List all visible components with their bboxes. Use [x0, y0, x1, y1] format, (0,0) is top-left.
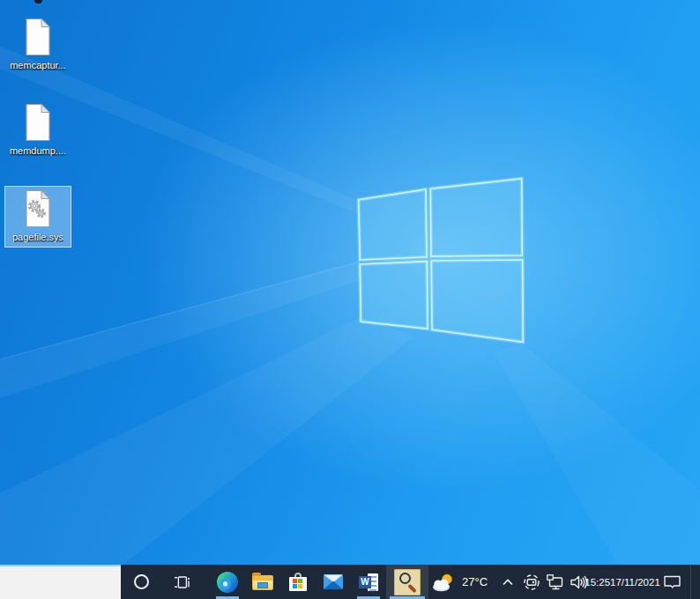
taskbar-app-store[interactable] — [280, 565, 316, 599]
magnifier-tool-icon — [394, 569, 421, 595]
ethernet-network-icon — [547, 574, 564, 590]
wallpaper-light-beams-and-logo — [0, 0, 700, 599]
file-explorer-icon — [252, 573, 273, 590]
desktop-icon-label: memdump.... — [10, 145, 66, 156]
cortana-button[interactable] — [121, 565, 163, 599]
taskbar-search-box[interactable] — [0, 565, 121, 599]
taskbar-app-search-tool[interactable] — [386, 565, 428, 599]
clock-time: 15:25 — [585, 576, 610, 588]
action-center-icon — [663, 574, 681, 590]
show-desktop-button[interactable] — [690, 565, 697, 599]
clock-date: 17/11/2021 — [610, 576, 660, 588]
desktop-icon-label: pagefile.sys — [12, 232, 63, 242]
taskbar-app-mail[interactable] — [316, 565, 351, 599]
weather-widget[interactable]: 27°C — [428, 565, 495, 599]
clock[interactable]: 15:25 17/11/2021 — [592, 565, 653, 599]
system-gear-file-icon — [22, 189, 54, 228]
taskbar-app-word[interactable]: W — [351, 565, 386, 599]
desktop-wallpaper — [0, 0, 700, 599]
taskbar-app-edge[interactable] — [210, 565, 245, 599]
mail-envelope-icon — [324, 574, 343, 589]
camera-dashed-circle-icon — [523, 573, 540, 591]
system-tray: 27°C — [428, 565, 700, 599]
desktop-icon-memdump[interactable]: memdump.... — [4, 100, 71, 161]
temperature-label: 27°C — [462, 575, 488, 588]
cortana-circle-icon — [134, 574, 149, 589]
microsoft-store-icon — [289, 573, 307, 592]
task-view-button[interactable] — [163, 565, 202, 599]
desktop-icon-label: memcaptur... — [10, 60, 66, 70]
word-icon: W — [359, 573, 378, 591]
action-center-button[interactable] — [654, 565, 689, 599]
tray-capture-tool-button[interactable] — [520, 565, 543, 599]
network-status-button[interactable] — [544, 565, 567, 599]
hidden-icons-chevron-icon — [501, 576, 515, 588]
taskbar: W 27°C — [0, 565, 700, 599]
show-hidden-icons-button[interactable] — [496, 565, 519, 599]
taskbar-app-file-explorer[interactable] — [245, 565, 280, 599]
document-file-icon — [22, 103, 54, 142]
desktop-icon-pagefile[interactable]: pagefile.sys — [4, 186, 71, 248]
desktop-icon-memcapture[interactable]: memcaptur... — [4, 14, 71, 76]
sun-behind-cloud-icon — [432, 573, 456, 592]
document-file-icon — [22, 18, 54, 56]
edge-browser-icon — [217, 572, 238, 593]
task-view-icon — [174, 574, 191, 590]
